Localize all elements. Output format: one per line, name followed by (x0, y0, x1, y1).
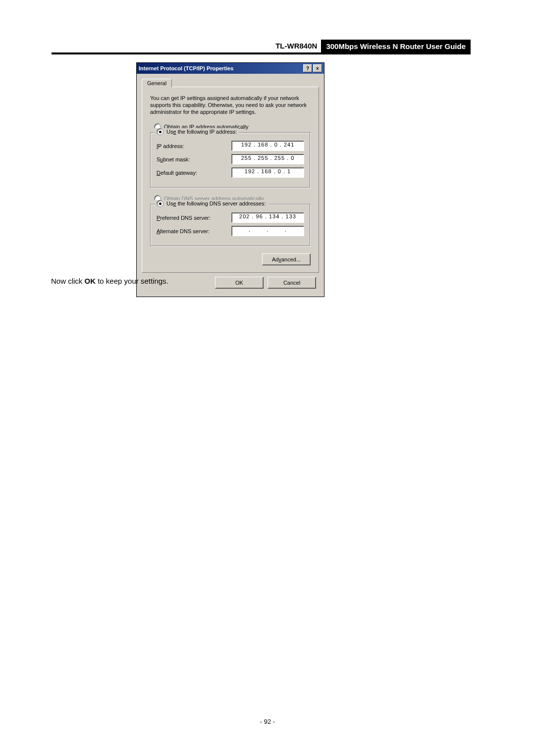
ip-address-label: IP address: (157, 143, 231, 149)
alternate-dns-input[interactable]: ... (231, 226, 304, 236)
description-text: You can get IP settings assigned automat… (150, 95, 311, 115)
page-header: TL-WR840N 300Mbps Wireless N Router User… (52, 38, 471, 54)
close-button[interactable]: × (313, 64, 322, 72)
default-gateway-input[interactable]: 192 . 168 . 0 . 1 (231, 167, 304, 178)
ok-button[interactable]: OK (215, 277, 264, 289)
help-button[interactable]: ? (303, 64, 312, 72)
subnet-mask-input[interactable]: 255 . 255 . 255 . 0 (231, 154, 304, 164)
radio-icon (157, 128, 163, 135)
dialog-title: Internet Protocol (TCP/IP) Properties (139, 65, 302, 71)
dialog-body: General You can get IP settings assigned… (137, 74, 324, 297)
radio-use-dns[interactable]: Use the following DNS server addresses: (155, 200, 268, 207)
preferred-dns-label: Preferred DNS server: (157, 215, 231, 221)
tab-strip: General (142, 79, 319, 87)
tcpip-properties-dialog: Internet Protocol (TCP/IP) Properties ? … (136, 62, 324, 297)
preferred-dns-input[interactable]: 202 . 96 . 134 . 133 (231, 212, 304, 223)
document-page: TL-WR840N 300Mbps Wireless N Router User… (0, 0, 535, 756)
radio-use-ip[interactable]: Use the following IP address: (155, 128, 239, 135)
dialog-title-bar: Internet Protocol (TCP/IP) Properties ? … (137, 63, 324, 74)
radio-use-dns-label: Use the following DNS server addresses: (166, 201, 266, 206)
instruction-text: Now click OK to keep your settings. (51, 277, 168, 285)
default-gateway-label: Default gateway: (157, 170, 231, 176)
page-number: - 92 - (0, 718, 535, 725)
empty-ip-dots: ... (232, 227, 304, 233)
dns-groupbox: Use the following DNS server addresses: … (150, 204, 311, 247)
subnet-mask-label: Subnet mask: (157, 156, 231, 162)
guide-title: 300Mbps Wireless N Router User Guide (321, 40, 471, 53)
advanced-button[interactable]: Advanced... (262, 253, 311, 265)
radio-use-ip-label: Use the following IP address: (166, 129, 237, 135)
alternate-dns-label: Alternate DNS server: (157, 228, 231, 234)
ip-address-groupbox: Use the following IP address: IP address… (150, 132, 311, 188)
radio-icon (157, 200, 163, 207)
tab-general[interactable]: General (142, 79, 172, 87)
device-model: TL-WR840N (275, 39, 321, 52)
ip-address-input[interactable]: 192 . 168 . 0 . 241 (231, 141, 304, 151)
general-tab-panel: You can get IP settings assigned automat… (142, 87, 319, 273)
cancel-button[interactable]: Cancel (268, 277, 316, 289)
